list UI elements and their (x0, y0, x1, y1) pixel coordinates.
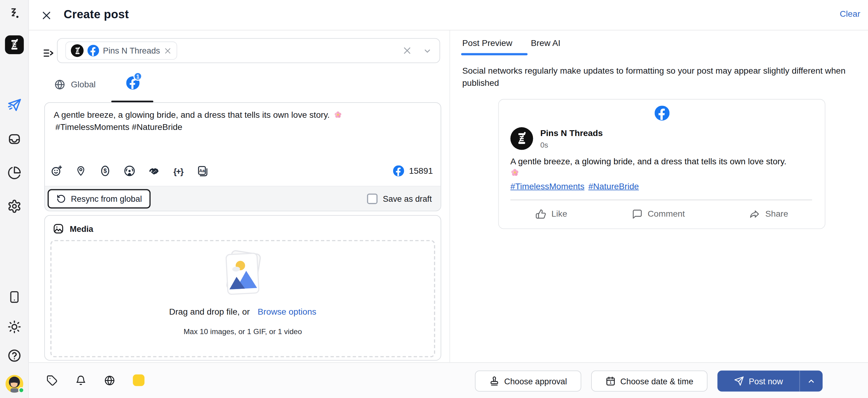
select-clear-icon[interactable] (402, 46, 412, 55)
sidebar-item-analytics[interactable] (7, 166, 21, 179)
media-placeholder-illustration (215, 250, 271, 300)
character-counter: 15891 (393, 165, 433, 176)
media-limits-hint: Max 10 images, or 1 GIF, or 1 video (52, 327, 434, 336)
refresh-icon (56, 194, 66, 203)
price-dollar-icon[interactable]: $ (99, 165, 111, 177)
expand-sidebar-icon[interactable] (43, 47, 55, 59)
editor-toolbar: $ {+} (50, 159, 433, 182)
svg-text:Aa: Aa (199, 168, 205, 173)
cherry-blossom-emoji (510, 168, 519, 177)
globe-icon (54, 79, 65, 90)
chip-remove-icon[interactable] (164, 47, 172, 55)
sidebar-item-settings[interactable] (7, 199, 21, 213)
account-chip-label: Pins N Threads (103, 46, 160, 55)
tag-icon[interactable] (46, 375, 58, 386)
post-text-line2: #TimelessMoments #NatureBride (54, 121, 432, 133)
like-button[interactable]: Like (535, 208, 567, 220)
chevron-up-icon (807, 377, 815, 385)
facebook-post-preview-card: Pins N Threads 0s A gentle breeze, a glo… (498, 99, 825, 229)
handshake-icon[interactable] (148, 165, 160, 177)
share-button[interactable]: Share (749, 208, 788, 220)
account-avatar (71, 44, 84, 57)
svg-text:$: $ (103, 167, 107, 174)
cherry-blossom-emoji (334, 111, 342, 119)
hashtag-link[interactable]: #TimelessMoments (510, 181, 585, 191)
save-as-draft-checkbox[interactable] (367, 193, 377, 204)
share-arrow-icon (749, 208, 760, 220)
facebook-tab-badge: 1 (133, 72, 142, 80)
hashtag-link[interactable]: #NatureBride (588, 181, 639, 191)
account-chip[interactable]: Pins N Threads (65, 41, 177, 60)
footer-bar: Choose approval 1 Choose date & time Pos… (29, 362, 868, 398)
post-now-button[interactable]: Post now (717, 371, 800, 392)
tab-global-label: Global (71, 80, 96, 90)
clear-button[interactable]: Clear (840, 9, 860, 19)
active-tab-underline (461, 53, 527, 55)
browse-options-link[interactable]: Browse options (258, 307, 316, 317)
send-icon (734, 376, 744, 386)
calendar-icon: 1 (606, 376, 616, 386)
character-count: 15891 (409, 166, 433, 176)
preview-timestamp: 0s (540, 141, 548, 149)
media-section-title: Media (70, 224, 93, 233)
facebook-logo-icon (654, 106, 669, 121)
drag-drop-label: Drag and drop file, or (169, 307, 250, 317)
globe-icon[interactable] (104, 375, 115, 386)
create-post-modal: Create post Clear Pins N Threads (0, 0, 868, 398)
sidebar-item-mobile[interactable] (8, 290, 21, 304)
chevron-down-icon[interactable] (423, 46, 432, 55)
stamp-icon (489, 376, 499, 386)
comment-button[interactable]: Comment (632, 208, 685, 220)
choose-approval-button[interactable]: Choose approval (475, 371, 581, 392)
close-icon[interactable] (41, 10, 52, 21)
tab-post-preview[interactable]: Post Preview (462, 38, 512, 48)
facebook-icon (87, 45, 99, 56)
post-now-split-button: Post now (717, 371, 823, 392)
composer-panel: Pins N Threads Global 1 (29, 30, 450, 362)
preview-author-avatar (510, 127, 533, 150)
account-select[interactable]: Pins N Threads (57, 38, 440, 63)
audience-broadcast-icon[interactable] (123, 165, 135, 177)
location-pin-icon[interactable] (74, 165, 87, 177)
media-image-icon (53, 223, 64, 234)
preview-divider (510, 200, 812, 200)
workspace-avatar[interactable] (5, 35, 24, 54)
user-avatar[interactable] (5, 375, 23, 393)
tab-global[interactable]: Global (54, 79, 96, 90)
comment-bubble-icon (632, 208, 643, 220)
emoji-picker-icon[interactable] (50, 165, 62, 177)
facebook-icon (393, 165, 404, 176)
sidebar-item-inbox[interactable] (7, 132, 21, 146)
sidebar-item-posts[interactable] (7, 97, 22, 112)
theme-sun-icon[interactable] (7, 320, 21, 334)
modal-header: Create post Clear (29, 0, 868, 30)
online-status-dot (18, 387, 24, 393)
post-editor[interactable]: A gentle breeze, a glowing bride, and a … (45, 103, 441, 139)
page-title: Create post (64, 8, 129, 21)
resync-from-global-button[interactable]: Resync from global (48, 189, 151, 208)
sync-row: Resync from global Save as draft (45, 186, 441, 211)
preview-author-name: Pins N Threads (540, 128, 603, 138)
app-logo-icon (7, 6, 22, 21)
media-section: Media Drag and drop file, or (44, 215, 441, 361)
help-icon[interactable] (7, 349, 21, 363)
preview-disclaimer: Social networks regularly make updates t… (462, 65, 858, 89)
bell-icon[interactable] (75, 375, 86, 386)
thumbs-up-icon (535, 208, 547, 220)
post-options-toggle[interactable] (800, 371, 823, 392)
preview-post-text: A gentle breeze, a glowing bride, and a … (510, 156, 816, 167)
post-editor-card: A gentle breeze, a glowing bride, and a … (44, 102, 441, 211)
preview-panel: Post Preview Brew AI Social networks reg… (450, 30, 868, 362)
label-color-swatch[interactable] (133, 374, 144, 386)
variables-icon[interactable]: {+} (172, 165, 184, 177)
text-style-card-icon[interactable]: Aa (196, 165, 209, 177)
svg-text:1: 1 (610, 380, 612, 384)
choose-date-time-button[interactable]: 1 Choose date & time (591, 371, 708, 392)
save-as-draft-label: Save as draft (383, 194, 432, 203)
media-dropzone[interactable]: Drag and drop file, or Browse options Ma… (50, 240, 435, 357)
post-text-line1: A gentle breeze, a glowing bride, and a … (54, 110, 330, 120)
tab-brew-ai[interactable]: Brew AI (531, 38, 560, 48)
app-sidebar (0, 0, 29, 398)
tab-facebook[interactable]: 1 (126, 76, 140, 90)
